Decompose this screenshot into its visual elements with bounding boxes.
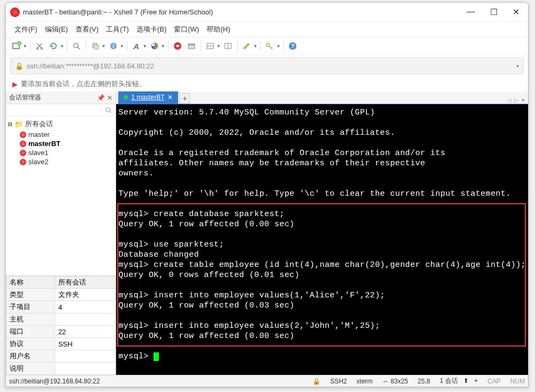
status-pos: 25,8: [418, 378, 430, 385]
menu-编辑(E)[interactable]: 编辑(E): [43, 24, 70, 35]
dropdown-icon[interactable]: ▼: [217, 44, 221, 49]
copy-button[interactable]: [89, 40, 102, 52]
tab-menu-icon[interactable]: ▾: [522, 97, 525, 104]
pencil-button[interactable]: [240, 40, 253, 52]
prop-header-value: 所有会话: [55, 276, 116, 289]
prop-row: 协议SSH: [6, 338, 116, 350]
prop-value: [55, 350, 116, 363]
status-term: xterm: [357, 378, 373, 385]
dropdown-icon[interactable]: ▼: [276, 44, 280, 49]
tab-masterbt[interactable]: 1 masterBT ✕: [118, 91, 178, 104]
session-label: slave1: [28, 149, 49, 157]
sidebar-title: 会话管理器: [9, 93, 95, 102]
menu-选项卡(B)[interactable]: 选项卡(B): [134, 24, 169, 35]
lock-icon: 🔒: [15, 62, 24, 70]
address-bar[interactable]: 🔒 ssh://beitian:**********@192.168.64.80…: [10, 57, 524, 74]
status-connection: ssh://beitian@192.168.64.80:22: [9, 378, 100, 385]
prop-row: 主机: [6, 313, 116, 326]
connected-icon: [124, 95, 128, 99]
menu-窗口(W)[interactable]: 窗口(W): [172, 24, 201, 35]
titlebar: masterBT - beitian@panli:~ - Xshell 7 (F…: [6, 3, 528, 22]
window-controls: — ☐ ✕: [467, 7, 519, 17]
new-tab-button[interactable]: +: [179, 93, 190, 104]
prop-key: 主机: [6, 313, 55, 326]
tab-close-icon[interactable]: ✕: [167, 94, 173, 101]
globe-button[interactable]: [107, 40, 120, 52]
session-label: slave2: [28, 158, 49, 166]
search-button[interactable]: [70, 40, 83, 52]
layout1-button[interactable]: [204, 40, 217, 52]
cut-button[interactable]: [33, 40, 46, 52]
dropdown-icon[interactable]: ▼: [102, 44, 106, 49]
session-item-masterBT[interactable]: masterBT: [20, 139, 113, 148]
prop-key: 端口: [6, 326, 55, 338]
terminal[interactable]: Server version: 5.7.40 MySQL Community S…: [116, 104, 528, 375]
menu-文件(F)[interactable]: 文件(F): [12, 24, 40, 35]
dropdown-icon[interactable]: ▼: [60, 44, 64, 49]
keys-button[interactable]: [263, 40, 276, 52]
hint-text: 要添加当前会话，点击左侧的箭头按钮。: [21, 79, 146, 89]
hint-bar: ▶ 要添加当前会话，点击左侧的箭头按钮。: [6, 76, 528, 91]
lock-icon: 🔒: [312, 378, 320, 385]
session-label: masterBT: [28, 140, 60, 148]
session-item-slave2[interactable]: slave2: [20, 157, 113, 166]
minimize-button[interactable]: —: [467, 7, 475, 17]
prop-row: 用户名: [6, 350, 116, 363]
prop-header-name: 名称: [6, 276, 55, 289]
prop-key: 说明: [6, 363, 55, 375]
session-tree: ⊟ 📁 所有会话 mastermasterBTslave1slave2: [6, 116, 116, 275]
status-cap: CAP: [487, 378, 501, 385]
status-protocol: SSH2: [330, 378, 347, 385]
help-button[interactable]: ?: [286, 40, 299, 52]
collapse-icon[interactable]: ⊟: [8, 120, 12, 128]
status-size: ↔ 83x25: [383, 378, 408, 385]
dropdown-icon[interactable]: ▼: [161, 44, 165, 49]
prop-key: 协议: [6, 338, 55, 350]
menu-帮助(H)[interactable]: 帮助(H): [204, 24, 232, 35]
xshell-button[interactable]: [171, 40, 184, 52]
svg-text:?: ?: [291, 43, 295, 49]
prop-value: [55, 363, 116, 375]
close-panel-icon[interactable]: ✕: [107, 94, 112, 102]
toolbar: + ▼ ▼ ▼ ▼ A ▼ ▼ ▼ ▼ ▼ ?: [6, 37, 528, 55]
prop-row: 子项目4: [6, 301, 116, 313]
layout2-button[interactable]: [221, 40, 234, 52]
sidebar-search[interactable]: [6, 104, 116, 116]
terminal-output: Server version: 5.7.40 MySQL Community S…: [118, 107, 526, 362]
dropdown-icon[interactable]: ▼: [253, 44, 257, 49]
pin-icon[interactable]: 📌: [97, 94, 105, 102]
dropdown-icon[interactable]: ▼: [143, 44, 147, 49]
dropdown-icon[interactable]: ▼: [23, 44, 27, 49]
font-button[interactable]: A: [130, 40, 143, 52]
dropdown-icon[interactable]: ▼: [120, 44, 124, 49]
color-button[interactable]: [148, 40, 161, 52]
tab-next-icon[interactable]: ▷: [514, 97, 518, 104]
new-session-button[interactable]: +: [10, 40, 23, 52]
tab-bar: 1 masterBT ✕ + ◁ ▷ ▾: [116, 91, 528, 104]
address-text: ssh://beitian:**********@192.168.64.80:2…: [27, 62, 154, 70]
session-icon: [20, 141, 26, 147]
menu-工具(T)[interactable]: 工具(T): [104, 24, 131, 35]
session-item-slave1[interactable]: slave1: [20, 148, 113, 157]
session-item-master[interactable]: master: [20, 130, 113, 139]
sidebar-header: 会话管理器 📌 ✕: [6, 91, 116, 104]
svg-rect-8: [94, 45, 98, 49]
close-button[interactable]: ✕: [513, 7, 519, 17]
tree-root[interactable]: ⊟ 📁 所有会话: [8, 119, 113, 129]
prop-value: 文件夹: [55, 289, 116, 301]
app-icon: [10, 7, 20, 17]
flag-icon: ▶: [12, 80, 18, 88]
property-grid: 名称 所有会话 类型文件夹子项目4主机端口22协议SSH用户名说明: [6, 275, 116, 375]
tool1-button[interactable]: [185, 40, 198, 52]
refresh-button[interactable]: [47, 40, 60, 52]
tab-prev-icon[interactable]: ◁: [507, 97, 511, 104]
menu-查看(V)[interactable]: 查看(V): [73, 24, 101, 35]
maximize-button[interactable]: ☐: [490, 7, 498, 17]
prop-value: 22: [55, 326, 116, 338]
window-title: masterBT - beitian@panli:~ - Xshell 7 (F…: [23, 8, 467, 16]
session-icon: [20, 132, 26, 138]
status-sessions: 1 会话 ⬆ +: [440, 376, 478, 386]
prop-value: 4: [55, 301, 116, 313]
dropdown-icon[interactable]: ▾: [516, 63, 519, 69]
prop-row: 类型文件夹: [6, 289, 116, 301]
